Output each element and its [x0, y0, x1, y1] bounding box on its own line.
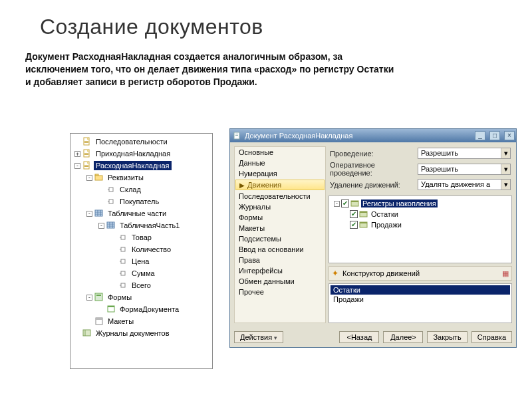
tree-item[interactable]: +ПриходнаяНакладная [72, 148, 211, 160]
nav-item[interactable]: Формы [235, 212, 325, 223]
checkbox[interactable]: ✔ [341, 200, 349, 207]
journal-icon [82, 329, 92, 338]
minimize-button[interactable]: _ [475, 131, 485, 140]
expander-icon[interactable]: - [86, 295, 92, 301]
chevron-down-icon[interactable]: ▾ [501, 148, 510, 158]
doc-icon [82, 149, 92, 158]
nav-sidebar: ОсновныеДанныеНумерация▶ДвиженияПоследов… [234, 146, 326, 323]
tree-item[interactable]: Всего [72, 279, 211, 291]
checkbox[interactable]: ✔ [350, 221, 358, 229]
expander-icon[interactable]: - [98, 223, 104, 229]
chevron-down-icon[interactable]: ▾ [501, 164, 510, 174]
object-tree-panel: Последовательности+ПриходнаяНакладная-Ра… [70, 133, 213, 369]
attr-icon [118, 257, 128, 266]
register-item[interactable]: ✔Остатки [331, 209, 509, 219]
dialog-footer: Действия <Назад Далее> Закрыть Справка [230, 327, 516, 347]
nav-item[interactable]: Права [235, 255, 325, 265]
registers-tree[interactable]: -✔Регистры накопления✔Остатки✔Продажи [329, 196, 512, 263]
nav-item[interactable]: Данные [235, 158, 325, 168]
tree-item-label: Макеты [106, 317, 136, 326]
nav-item[interactable]: Прочее [235, 287, 325, 297]
svg-rect-40 [96, 318, 102, 320]
register-icon [350, 199, 360, 208]
attr-icon [118, 269, 128, 278]
svg-rect-35 [95, 293, 102, 301]
list-item[interactable]: Остатки [331, 285, 510, 295]
checkbox[interactable]: ✔ [350, 210, 358, 218]
expander-icon[interactable]: - [74, 163, 80, 169]
nav-item[interactable]: Журналы [235, 201, 325, 212]
selected-registers-list[interactable]: ОстаткиПродажи [329, 283, 512, 323]
expander-icon[interactable]: - [334, 201, 340, 207]
svg-rect-44 [235, 134, 238, 134]
tree-item-label: Табличные части [106, 209, 168, 218]
nav-item[interactable]: Подсистемы [235, 233, 325, 244]
nav-item[interactable]: Нумерация [235, 168, 325, 179]
tree-item[interactable]: Журналы документов [72, 327, 211, 339]
register-group[interactable]: -✔Регистры накопления [331, 198, 509, 209]
nav-item-selected[interactable]: ▶Движения [235, 180, 325, 190]
tree-item-label: РасходнаяНакладная [94, 161, 172, 170]
expander-icon[interactable]: + [74, 151, 80, 157]
combo-box[interactable]: Разрешить▾ [418, 164, 511, 175]
nav-item[interactable]: Обмен данными [235, 276, 325, 287]
register-item[interactable]: ✔Продажи [331, 219, 509, 230]
next-button[interactable]: Далее> [383, 331, 423, 343]
constructor-bar: ✦ Конструктор движений ▦ [329, 266, 512, 281]
tree-item-label: Всего [130, 281, 153, 290]
chevron-down-icon[interactable]: ▾ [501, 180, 510, 190]
tree-item-label: Журналы документов [94, 329, 172, 338]
tree-item[interactable]: Товар [72, 231, 211, 243]
form-row: Оперативное проведение:Разрешить▾ [330, 161, 511, 177]
nav-item[interactable]: Основные [235, 147, 325, 158]
tree-item[interactable]: Покупатель [72, 196, 211, 207]
svg-rect-41 [83, 330, 90, 336]
grid-icon [94, 209, 104, 218]
attr-icon [118, 233, 128, 242]
tree-item[interactable]: -ТабличнаяЧасть1 [72, 219, 211, 231]
register-label: Продажи [370, 221, 403, 229]
tree-item[interactable]: -Реквизиты [72, 172, 211, 184]
form-label: Удаление движений: [330, 181, 415, 189]
nav-item[interactable]: Интерфейсы [235, 265, 325, 276]
close-button[interactable]: × [504, 131, 515, 140]
tree-item-label: Цена [130, 257, 151, 266]
combo-value: Удалять движения а [418, 180, 501, 190]
tree-item[interactable]: -Табличные части [72, 207, 211, 219]
tree-item[interactable]: Последовательности [72, 136, 211, 148]
nav-item[interactable]: Последовательности [235, 191, 325, 201]
constructor-settings-icon[interactable]: ▦ [502, 269, 509, 278]
tree-item[interactable]: -Формы [72, 291, 211, 303]
constructor-button[interactable]: Конструктор движений [342, 269, 420, 277]
combo-box[interactable]: Разрешить▾ [418, 148, 511, 159]
svg-rect-13 [109, 200, 113, 203]
tree-item[interactable]: Склад [72, 184, 211, 196]
form-label: Проведение: [330, 150, 415, 158]
maximize-button[interactable]: □ [489, 131, 500, 140]
actions-button[interactable]: Действия [234, 331, 283, 343]
combo-value: Разрешить [418, 148, 501, 158]
tree-item[interactable]: ФормаДокумента [72, 303, 211, 315]
nav-item[interactable]: Макеты [235, 223, 325, 233]
tree-item[interactable]: Цена [72, 255, 211, 267]
tree-item[interactable]: Макеты [72, 315, 211, 327]
properties-form: Проведение:Разрешить▾Оперативное проведе… [329, 146, 512, 193]
svg-rect-45 [235, 135, 238, 136]
combo-box[interactable]: Удалять движения а▾ [418, 179, 511, 190]
combo-value: Разрешить [418, 164, 501, 174]
list-item[interactable]: Продажи [331, 295, 510, 304]
tree-item-label: Последовательности [94, 137, 170, 146]
back-button[interactable]: <Назад [339, 331, 379, 343]
tree-item[interactable]: Количество [72, 243, 211, 255]
close-dialog-button[interactable]: Закрыть [427, 331, 467, 343]
page-title: Создание документов [40, 15, 263, 39]
tree-item[interactable]: -РасходнаяНакладная [72, 160, 211, 172]
expander-icon[interactable]: - [86, 175, 92, 181]
svg-rect-25 [121, 235, 125, 239]
help-button[interactable]: Справка [471, 331, 512, 343]
form-label: Оперативное проведение: [330, 161, 415, 177]
document-dialog: Документ РасходнаяНакладная _ □ × Основн… [229, 128, 517, 348]
nav-item[interactable]: Ввод на основании [235, 244, 325, 255]
expander-icon[interactable]: - [86, 211, 92, 217]
tree-item[interactable]: Сумма [72, 267, 211, 279]
